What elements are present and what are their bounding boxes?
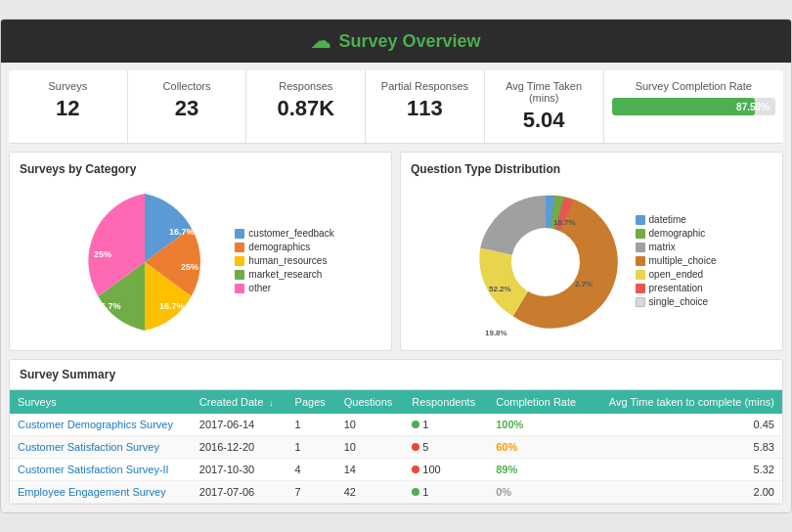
col-pages[interactable]: Pages <box>287 390 336 414</box>
cell-respondents: 1 <box>404 414 488 436</box>
donut-area: 18.7% 52.2% 19.8% 2.7% datetime demograp… <box>411 184 772 340</box>
summary-tbody: Customer Demographics Survey 2017-06-14 … <box>10 414 782 504</box>
metric-responses-value: 0.87K <box>254 96 357 121</box>
summary-table: Surveys Created Date ↓ Pages Questions R… <box>10 390 782 504</box>
cell-name: Customer Demographics Survey <box>10 414 192 436</box>
pie-legend: customer_feedback demographics human_res… <box>235 228 333 296</box>
cell-pages: 7 <box>287 481 336 504</box>
cell-completion: 60% <box>488 436 590 459</box>
legend-human-resources: human_resources <box>235 255 333 266</box>
donut-chart-title: Question Type Distribution <box>411 162 772 176</box>
legend-market-research: market_research <box>235 269 333 280</box>
col-questions[interactable]: Questions <box>336 390 405 414</box>
legend-color-market-research <box>235 270 244 280</box>
cell-avgtime: 5.32 <box>590 459 782 481</box>
summary-panel: Survey Summary Surveys Created Date ↓ Pa… <box>9 359 783 505</box>
cell-respondents: 100 <box>404 459 488 481</box>
table-header-row: Surveys Created Date ↓ Pages Questions R… <box>10 390 782 414</box>
label-customer-feedback: 16.7% <box>169 227 195 237</box>
table-row: Customer Satisfaction Survey-II 2017-10-… <box>10 459 782 481</box>
col-created-date[interactable]: Created Date ↓ <box>192 390 287 414</box>
cell-pages: 1 <box>287 414 336 436</box>
pie-svg: 16.7% 25% 16.7% 16.7% 25% <box>66 184 223 340</box>
legend-color-human-resources <box>235 256 244 266</box>
metric-avgtime-value: 5.04 <box>493 108 595 133</box>
cell-questions: 42 <box>336 481 405 504</box>
label-datetime-pct: 2.7% <box>575 280 593 288</box>
legend-label-open-ended: open_ended <box>649 269 704 280</box>
table-row: Employee Engagement Survey 2017-07-06 7 … <box>10 481 782 504</box>
metric-partial: Partial Responses 113 <box>366 70 485 143</box>
header: ☁ Survey Overview <box>1 20 791 63</box>
col-surveys[interactable]: Surveys <box>10 390 192 414</box>
legend-color-demographic <box>636 229 645 239</box>
metric-completion: Survey Completion Rate 87.50% <box>604 70 783 143</box>
cell-completion: 100% <box>488 414 590 436</box>
table-row: Customer Demographics Survey 2017-06-14 … <box>10 414 782 436</box>
metric-partial-value: 113 <box>374 96 476 121</box>
legend-label-market-research: market_research <box>248 269 322 280</box>
legend-multiple-choice: multiple_choice <box>636 255 717 266</box>
metric-surveys-label: Surveys <box>17 80 119 92</box>
legend-label-demographics: demographics <box>248 242 310 252</box>
cell-avgtime: 0.45 <box>590 414 782 436</box>
legend-label-other: other <box>248 283 271 293</box>
metric-avgtime: Avg Time Taken (mins) 5.04 <box>485 70 604 143</box>
legend-matrix: matrix <box>636 242 717 252</box>
cell-name: Customer Satisfaction Survey <box>10 436 192 459</box>
cloud-icon: ☁ <box>311 29 330 53</box>
cell-pages: 1 <box>287 436 336 459</box>
metric-collectors-label: Collectors <box>136 80 239 92</box>
donut-chart-panel: Question Type Distribution <box>400 152 783 351</box>
cell-respondents: 1 <box>404 481 488 504</box>
cell-questions: 10 <box>336 436 405 459</box>
legend-color-single-choice <box>636 297 645 307</box>
metric-responses: Responses 0.87K <box>246 70 366 143</box>
legend-color-other <box>235 284 244 293</box>
charts-row: Surveys by Category 16.7% 25% <box>9 152 783 351</box>
legend-label-datetime: datetime <box>649 214 686 225</box>
pie-area: 16.7% 25% 16.7% 16.7% 25% customer_feedb… <box>20 184 381 340</box>
pie-chart-title: Surveys by Category <box>20 162 381 176</box>
dashboard: ☁ Survey Overview Surveys 12 Collectors … <box>0 19 792 513</box>
metric-surveys-value: 12 <box>17 96 119 121</box>
col-avgtime[interactable]: Avg Time taken to complete (mins) <box>590 390 782 414</box>
legend-color-open-ended <box>636 270 645 280</box>
metric-collectors: Collectors 23 <box>128 70 247 143</box>
legend-color-customer-feedback <box>235 229 244 239</box>
legend-label-multiple-choice: multiple_choice <box>649 255 717 266</box>
cell-name: Employee Engagement Survey <box>10 481 192 504</box>
legend-other: other <box>235 283 333 293</box>
legend-label-human-resources: human_resources <box>248 255 327 266</box>
table-row: Customer Satisfaction Survey 2016-12-20 … <box>10 436 782 459</box>
metric-partial-label: Partial Responses <box>374 80 476 92</box>
donut-svg: 18.7% 52.2% 19.8% 2.7% <box>467 184 624 340</box>
metric-avgtime-label: Avg Time Taken (mins) <box>493 80 595 104</box>
legend-demographic: demographic <box>636 228 717 239</box>
legend-label-demographic: demographic <box>649 228 706 239</box>
donut-legend: datetime demographic matrix multiple_cho… <box>636 214 717 310</box>
col-completion[interactable]: Completion Rate <box>488 390 590 414</box>
donut-hole <box>511 228 580 296</box>
metrics-row: Surveys 12 Collectors 23 Responses 0.87K… <box>9 70 783 144</box>
cell-name: Customer Satisfaction Survey-II <box>10 459 192 481</box>
metric-completion-label: Survey Completion Rate <box>612 80 776 92</box>
label-market-research: 16.7% <box>96 301 121 311</box>
metric-collectors-value: 23 <box>136 96 239 121</box>
legend-color-matrix <box>636 243 645 252</box>
cell-respondents: 5 <box>404 436 488 459</box>
header-title: Survey Overview <box>338 31 480 52</box>
legend-open-ended: open_ended <box>636 269 717 280</box>
cell-date: 2017-06-14 <box>192 414 287 436</box>
label-other: 25% <box>94 249 111 259</box>
col-respondents[interactable]: Respondents <box>404 390 488 414</box>
completion-bar-text: 87.50% <box>736 102 770 112</box>
summary-title: Survey Summary <box>10 360 782 390</box>
completion-bar: 87.50% <box>612 98 776 115</box>
pie-chart-panel: Surveys by Category 16.7% 25% <box>9 152 392 351</box>
cell-completion: 0% <box>488 481 590 504</box>
legend-demographics: demographics <box>235 242 333 252</box>
legend-datetime: datetime <box>636 214 717 225</box>
legend-color-multiple-choice <box>636 256 645 266</box>
label-demographics: 25% <box>181 262 198 272</box>
